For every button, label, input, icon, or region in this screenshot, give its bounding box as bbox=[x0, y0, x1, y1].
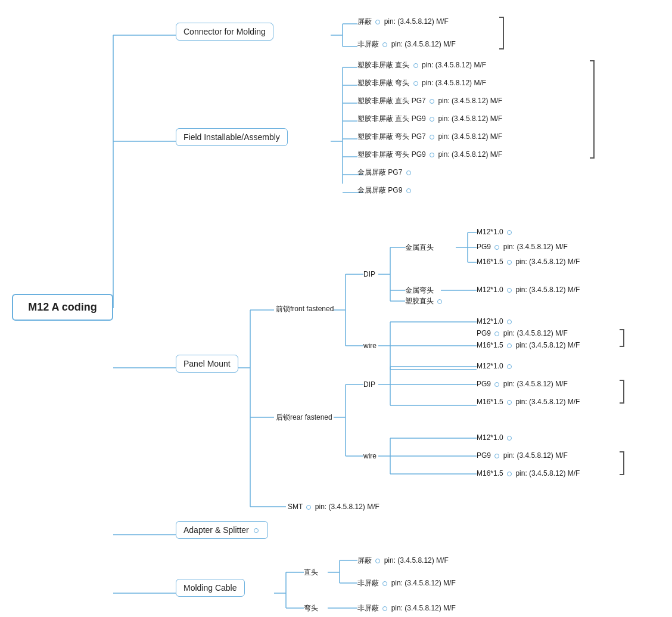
cfm-unshielded-leaf: 非屏蔽 pin: (3.4.5.8.12) M/F bbox=[357, 39, 456, 49]
mcb-unshielded-leaf: 非屏蔽 pin: (3.4.5.8.12) M/F bbox=[357, 603, 456, 613]
cfm-bracket bbox=[499, 17, 504, 49]
mc-straight-label: 直头 bbox=[304, 568, 318, 578]
ms-m12-leaf: M12*1.0 bbox=[477, 228, 514, 236]
fi1-leaf: 塑胶非屏蔽 直头 pin: (3.4.5.8.12) M/F bbox=[357, 60, 486, 70]
fi4-leaf: 塑胶非屏蔽 直头 PG9 pin: (3.4.5.8.12) M/F bbox=[357, 114, 502, 124]
cfm-unshielded-pin: pin: (3.4.5.8.12) M/F bbox=[391, 40, 456, 48]
main-node-label: M12 A coding bbox=[28, 301, 97, 313]
molding-cable-label: Molding Cable bbox=[183, 583, 237, 593]
cfm-shielded-pin: pin: (3.4.5.8.12) M/F bbox=[384, 17, 449, 26]
front-fastened-text: 前锁front fastened bbox=[276, 304, 334, 314]
field-installable-label: Field Installable/Assembly bbox=[183, 132, 280, 142]
molding-cable-node: Molding Cable bbox=[176, 579, 245, 597]
cfm-shielded-dot bbox=[375, 20, 380, 24]
field-installable-node: Field Installable/Assembly bbox=[176, 128, 288, 146]
fi2-leaf: 塑胶非屏蔽 弯头 pin: (3.4.5.8.12) M/F bbox=[357, 78, 486, 88]
panel-mount-node: Panel Mount bbox=[176, 355, 238, 373]
metal-straight-label: 金属直头 bbox=[405, 243, 434, 253]
ms-pg9-leaf: PG9 pin: (3.4.5.8.12) M/F bbox=[477, 243, 568, 251]
fw-m12-leaf: M12*1.0 bbox=[477, 317, 514, 325]
rd-m12-leaf: M12*1.0 bbox=[477, 362, 514, 370]
rw-m12-leaf: M12*1.0 bbox=[477, 433, 514, 442]
fw-m16-leaf: M16*1.5 pin: (3.4.5.8.12) M/F bbox=[477, 341, 580, 349]
mcs-shielded-leaf: 屏蔽 pin: (3.4.5.8.12) M/F bbox=[357, 556, 449, 566]
mc-bend-label: 弯头 bbox=[304, 603, 318, 613]
cfm-shielded-leaf: 屏蔽 pin: (3.4.5.8.12) M/F bbox=[357, 17, 449, 27]
panel-mount-label: Panel Mount bbox=[183, 359, 231, 368]
mb-m12-leaf: M12*1.0 pin: (3.4.5.8.12) M/F bbox=[477, 286, 580, 294]
adapter-splitter-label: Adapter & Splitter bbox=[183, 525, 249, 535]
rw-m16-leaf: M16*1.5 pin: (3.4.5.8.12) M/F bbox=[477, 469, 580, 478]
rw-bracket bbox=[620, 451, 624, 475]
rear-wire-label: wire bbox=[363, 452, 377, 460]
fi6-leaf: 塑胶非屏蔽 弯头 PG9 pin: (3.4.5.8.12) M/F bbox=[357, 150, 502, 160]
smt-leaf: SMT pin: (3.4.5.8.12) M/F bbox=[288, 503, 379, 511]
adapter-splitter-node: Adapter & Splitter bbox=[176, 521, 268, 539]
rd-pg9-leaf: PG9 pin: (3.4.5.8.12) M/F bbox=[477, 380, 568, 388]
connector-for-molding-node: Connector for Molding bbox=[176, 23, 273, 41]
front-wire-label: wire bbox=[363, 342, 377, 350]
fi3-leaf: 塑胶非屏蔽 直头 PG7 pin: (3.4.5.8.12) M/F bbox=[357, 96, 502, 106]
fw-bracket bbox=[620, 329, 624, 347]
rd-bracket bbox=[620, 380, 624, 404]
fw-pg9-leaf: PG9 pin: (3.4.5.8.12) M/F bbox=[477, 329, 568, 337]
fi8-leaf: 金属屏蔽 PG9 bbox=[357, 185, 413, 196]
metal-bend-label: 金属弯头 bbox=[405, 286, 434, 296]
rw-pg9-leaf: PG9 pin: (3.4.5.8.12) M/F bbox=[477, 451, 568, 460]
connector-for-molding-label: Connector for Molding bbox=[183, 27, 266, 36]
main-node: M12 A coding bbox=[12, 294, 113, 321]
rd-m16-leaf: M16*1.5 pin: (3.4.5.8.12) M/F bbox=[477, 398, 580, 406]
fi-bracket bbox=[590, 60, 595, 159]
plastic-straight-label: 塑胶直头 bbox=[405, 296, 444, 306]
mcs-unshielded-leaf: 非屏蔽 pin: (3.4.5.8.12) M/F bbox=[357, 578, 456, 588]
ms-m16-leaf: M16*1.5 pin: (3.4.5.8.12) M/F bbox=[477, 258, 580, 266]
front-dip-label: DIP bbox=[363, 270, 375, 278]
rear-fastened-text: 后锁rear fastened bbox=[276, 413, 332, 423]
cfm-unshielded-dot bbox=[382, 42, 387, 47]
fi5-leaf: 塑胶非屏蔽 弯头 PG7 pin: (3.4.5.8.12) M/F bbox=[357, 132, 502, 142]
cfm-unshielded-text: 非屏蔽 bbox=[357, 40, 379, 48]
rear-dip-label: DIP bbox=[363, 380, 375, 389]
cfm-shielded-text: 屏蔽 bbox=[357, 17, 372, 26]
fi7-leaf: 金属屏蔽 PG7 bbox=[357, 168, 413, 178]
